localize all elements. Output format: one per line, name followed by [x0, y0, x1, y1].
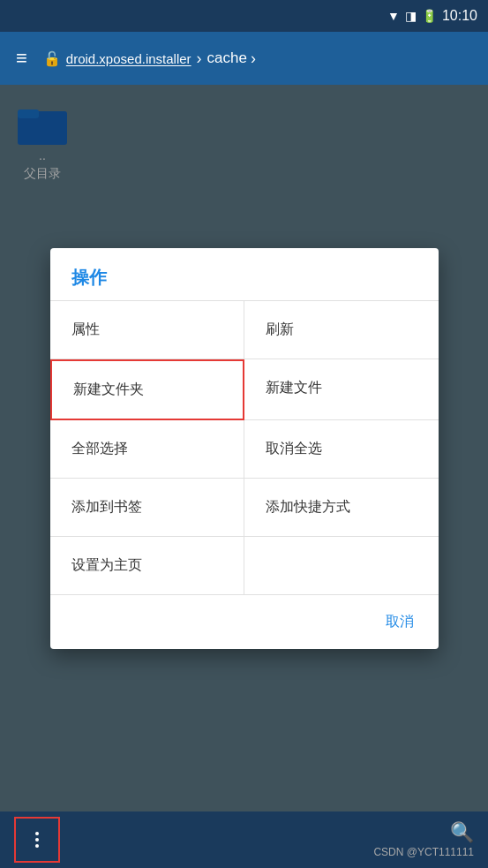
operations-dialog: 操作 属性 刷新 新建文件夹 新建文件 全部选择 取消全选	[50, 248, 439, 649]
status-bar: ▼ ◨ 🔋 10:10	[0, 0, 488, 32]
vertical-dots-icon	[35, 832, 39, 848]
dialog-item-select-all[interactable]: 全部选择	[50, 420, 244, 479]
dialog-item-deselect-all[interactable]: 取消全选	[244, 420, 439, 479]
signal-icon: ◨	[405, 9, 417, 23]
dialog-title: 操作	[50, 248, 439, 300]
dialog-overlay: 操作 属性 刷新 新建文件夹 新建文件 全部选择 取消全选	[0, 85, 488, 811]
toolbar: ≡ 🔓 droid.xposed.installer › cache ›	[0, 32, 488, 85]
dialog-grid: 属性 刷新 新建文件夹 新建文件 全部选择 取消全选 添加到书签	[50, 300, 439, 594]
dialog-item-add-bookmark[interactable]: 添加到书签	[50, 479, 244, 537]
wifi-icon: ▼	[387, 9, 400, 23]
dialog-item-set-home[interactable]: 设置为主页	[50, 537, 244, 594]
breadcrumb-chevron-icon: ›	[197, 49, 202, 68]
breadcrumb-app-name[interactable]: droid.xposed.installer	[66, 51, 191, 66]
breadcrumb-cache-label: cache	[207, 49, 247, 67]
dialog-item-refresh[interactable]: 刷新	[244, 301, 439, 359]
toolbar-arrow-right-icon: ›	[251, 49, 256, 68]
search-icon[interactable]: 🔍	[450, 821, 474, 844]
status-icons: ▼ ◨ 🔋 10:10	[387, 8, 477, 24]
lock-icon: 🔓	[43, 50, 61, 67]
dialog-item-new-folder[interactable]: 新建文件夹	[50, 359, 244, 420]
battery-icon: 🔋	[422, 9, 437, 23]
dialog-item-new-file[interactable]: 新建文件	[244, 359, 439, 420]
dialog-item-properties[interactable]: 属性	[50, 301, 244, 359]
dialog-item-empty	[244, 537, 439, 594]
status-time: 10:10	[442, 8, 477, 24]
bottom-bar: 🔍 CSDN @YCT111111	[0, 811, 488, 868]
cancel-button[interactable]: 取消	[375, 606, 424, 638]
hamburger-menu-icon[interactable]: ≡	[9, 40, 34, 77]
dialog-item-add-shortcut[interactable]: 添加快捷方式	[244, 479, 439, 537]
bottom-menu-button[interactable]	[14, 817, 60, 863]
watermark-label: CSDN @YCT111111	[373, 846, 474, 858]
bottom-right-area: 🔍 CSDN @YCT111111	[373, 821, 474, 858]
breadcrumb: 🔓 droid.xposed.installer › cache ›	[43, 49, 479, 68]
dialog-actions: 取消	[50, 594, 439, 649]
